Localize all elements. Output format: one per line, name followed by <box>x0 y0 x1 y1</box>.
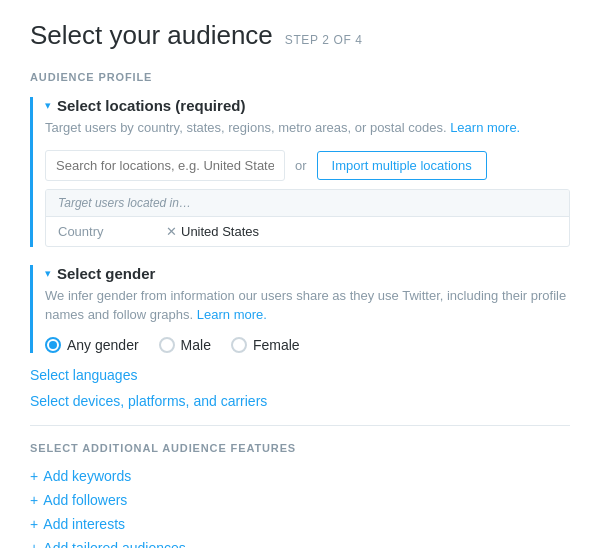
select-devices-link[interactable]: Select devices, platforms, and carriers <box>30 393 570 409</box>
radio-any-icon <box>45 337 61 353</box>
gender-learn-more[interactable]: Learn more. <box>197 307 267 322</box>
add-tailored-link[interactable]: + Add tailored audiences <box>30 540 570 549</box>
audience-profile-label: AUDIENCE PROFILE <box>30 71 570 83</box>
page-header: Select your audience STEP 2 OF 4 <box>30 20 570 51</box>
location-table-row: Country ✕ United States <box>46 217 569 246</box>
additional-features-label: SELECT ADDITIONAL AUDIENCE FEATURES <box>30 442 570 454</box>
gender-male-label: Male <box>181 337 211 353</box>
add-followers-link[interactable]: + Add followers <box>30 492 570 508</box>
gender-option-any[interactable]: Any gender <box>45 337 139 353</box>
gender-description: We infer gender from information our use… <box>45 286 570 325</box>
page-title: Select your audience <box>30 20 273 51</box>
gender-option-male[interactable]: Male <box>159 337 211 353</box>
radio-female-icon <box>231 337 247 353</box>
locations-title: Select locations (required) <box>57 97 245 114</box>
locations-description: Target users by country, states, regions… <box>45 118 570 138</box>
locations-learn-more[interactable]: Learn more. <box>450 120 520 135</box>
locations-section: ▾ Select locations (required) Target use… <box>30 97 570 247</box>
section-divider <box>30 425 570 426</box>
location-table: Target users located in… Country ✕ Unite… <box>45 189 570 247</box>
gender-title: Select gender <box>57 265 155 282</box>
location-tag: ✕ United States <box>166 224 259 239</box>
location-table-header: Target users located in… <box>46 190 569 217</box>
gender-section: ▾ Select gender We infer gender from inf… <box>30 265 570 353</box>
search-input[interactable] <box>45 150 285 181</box>
add-interests-link[interactable]: + Add interests <box>30 516 570 532</box>
remove-location-icon[interactable]: ✕ <box>166 224 177 239</box>
step-indicator: STEP 2 OF 4 <box>285 33 363 47</box>
gender-arrow-icon: ▾ <box>45 267 51 280</box>
or-label: or <box>295 158 307 173</box>
radio-male-icon <box>159 337 175 353</box>
gender-any-label: Any gender <box>67 337 139 353</box>
locations-header: ▾ Select locations (required) <box>45 97 570 114</box>
add-keywords-link[interactable]: + Add keywords <box>30 468 570 484</box>
import-locations-button[interactable]: Import multiple locations <box>317 151 487 180</box>
select-languages-link[interactable]: Select languages <box>30 367 570 383</box>
locations-arrow-icon: ▾ <box>45 99 51 112</box>
gender-female-label: Female <box>253 337 300 353</box>
gender-header: ▾ Select gender <box>45 265 570 282</box>
location-value: United States <box>181 224 259 239</box>
additional-features-section: SELECT ADDITIONAL AUDIENCE FEATURES + Ad… <box>30 442 570 549</box>
location-col-label: Country <box>58 224 158 239</box>
gender-radio-group: Any gender Male Female <box>45 337 570 353</box>
location-search-row: or Import multiple locations <box>45 150 570 181</box>
gender-option-female[interactable]: Female <box>231 337 300 353</box>
